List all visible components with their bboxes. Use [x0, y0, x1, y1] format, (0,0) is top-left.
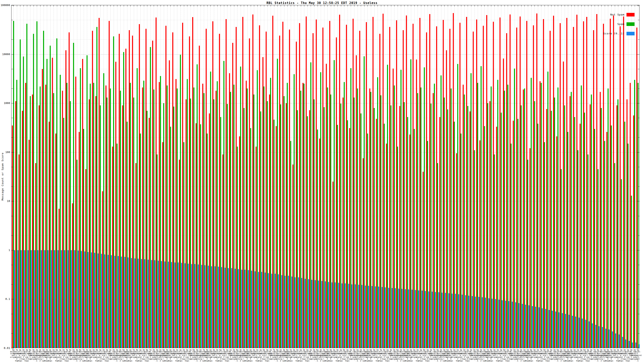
bar-spam — [344, 82, 345, 348]
bar-score — [382, 287, 382, 348]
bar-spam — [33, 34, 34, 348]
x-tick-top — [328, 5, 328, 6]
x-tick-bottom — [204, 347, 204, 348]
bar-not-spam — [356, 55, 357, 348]
y-tick-label: 0.01 — [0, 347, 10, 349]
bar-not-spam — [523, 89, 524, 348]
bar-score — [328, 282, 329, 348]
bar-spam — [367, 134, 368, 348]
bar-not-spam — [546, 109, 547, 348]
x-tick-bottom — [628, 347, 628, 348]
x-tick-bottom — [461, 347, 461, 348]
bar-spam — [387, 65, 388, 348]
bar-not-spam — [112, 147, 113, 348]
x-tick-top — [170, 5, 171, 6]
x-tick-top — [54, 5, 54, 6]
x-tick-top — [434, 5, 434, 6]
x-tick-bottom — [458, 347, 458, 348]
bar-not-spam — [212, 21, 213, 348]
bar-not-spam — [302, 83, 304, 348]
bar-not-spam — [246, 81, 247, 348]
x-tick-top — [571, 5, 572, 6]
bar-spam — [588, 154, 588, 348]
bar-score — [301, 278, 302, 348]
bar-not-spam — [590, 104, 591, 348]
bar-spam — [430, 104, 432, 348]
x-tick-top — [378, 5, 378, 6]
y-major-tick-left — [12, 103, 14, 103]
y-minor-tick-right — [638, 265, 639, 265]
bar-spam — [491, 86, 492, 348]
x-tick-bottom — [137, 347, 137, 348]
bar-spam — [400, 70, 402, 348]
x-tick-bottom — [518, 347, 518, 348]
x-tick-top — [511, 5, 512, 6]
x-tick-top — [120, 5, 120, 6]
bar-spam — [26, 24, 27, 348]
x-tick-top — [57, 5, 57, 6]
bar-score — [532, 306, 533, 348]
x-tick-bottom — [618, 347, 618, 348]
x-tick-bottom — [364, 347, 364, 348]
bar-spam — [20, 39, 21, 348]
bar-score — [508, 301, 509, 348]
bar-not-spam — [52, 58, 53, 348]
bar-score — [358, 285, 359, 348]
bar-score — [458, 294, 459, 348]
bar-score — [622, 337, 623, 348]
x-tick-top — [318, 5, 318, 6]
x-tick-top — [87, 5, 87, 6]
x-tick-top — [50, 5, 50, 6]
bar-score — [512, 302, 513, 348]
bar-score — [372, 286, 372, 348]
bar-not-spam — [106, 85, 106, 348]
x-tick-bottom — [561, 347, 562, 348]
bar-not-spam — [543, 19, 544, 348]
bar-score — [502, 300, 503, 348]
bar-spam — [123, 52, 124, 348]
bar-spam — [437, 163, 438, 348]
bar-score — [448, 293, 450, 348]
bar-not-spam — [309, 110, 310, 348]
bar-not-spam — [75, 77, 76, 348]
bar-score — [24, 250, 25, 348]
x-tick-top — [137, 5, 137, 6]
bar-spam — [66, 83, 68, 348]
bar-score — [605, 329, 606, 348]
x-tick-top — [622, 5, 622, 6]
bar-score — [268, 273, 269, 348]
bar-not-spam — [553, 16, 554, 348]
bar-not-spam — [199, 46, 200, 348]
x-tick-top — [298, 5, 298, 6]
bar-not-spam — [570, 96, 570, 348]
bar-not-spam — [142, 87, 143, 348]
bar-spam — [253, 94, 254, 348]
bar-not-spam — [326, 64, 327, 348]
x-tick-top — [331, 5, 331, 6]
bar-not-spam — [132, 35, 133, 348]
x-tick-bottom — [251, 347, 251, 348]
bar-score — [452, 294, 452, 348]
x-tick-top — [544, 5, 545, 6]
bar-not-spam — [422, 172, 424, 348]
x-tick-bottom — [294, 347, 294, 348]
bar-score — [134, 258, 136, 348]
bar-not-spam — [483, 26, 484, 348]
x-tick-top — [548, 5, 548, 6]
bar-not-spam — [322, 27, 324, 348]
y-tick-label: 100000 — [0, 4, 10, 6]
x-tick-top — [167, 5, 168, 6]
bar-not-spam — [69, 32, 70, 348]
x-tick-bottom — [381, 347, 381, 348]
legend-row-not-spam: Not Spam — [603, 13, 634, 16]
x-tick-top — [608, 5, 608, 6]
x-tick-bottom — [274, 347, 274, 348]
bar-score — [221, 267, 222, 348]
bar-score — [74, 250, 75, 348]
x-tick-bottom — [224, 347, 224, 348]
x-tick-bottom — [481, 347, 482, 348]
bar-spam — [594, 129, 595, 348]
x-tick-bottom — [571, 347, 572, 348]
bar-score — [148, 260, 149, 348]
x-tick-bottom — [170, 347, 171, 348]
